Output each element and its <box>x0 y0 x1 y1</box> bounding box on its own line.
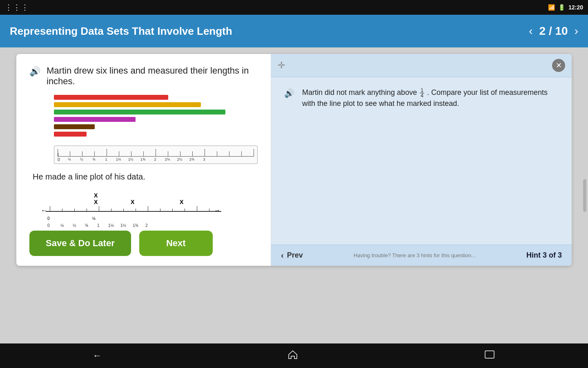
status-bar: ⋮⋮⋮ 📶 🔋 12:20 <box>0 0 588 15</box>
x-mark: X <box>131 199 134 205</box>
page-title: Representing Data Sets That Involve Leng… <box>10 25 232 38</box>
status-bar-left: ⋮⋮⋮ <box>5 3 29 12</box>
fraction-numerator: 1 <box>420 88 424 93</box>
content-card: 🔊 Martin drew six lines and measured the… <box>16 54 572 266</box>
hint-body: 🔊 Martin did not mark anything above 1 4… <box>271 77 572 245</box>
axis-label: 0 <box>47 216 50 221</box>
time-display: 12:20 <box>568 4 583 11</box>
line-red <box>54 95 168 100</box>
hint-counter: Hint 3 of 3 <box>526 251 562 260</box>
line-yellow <box>54 102 201 107</box>
prev-hint-label: Prev <box>287 251 303 260</box>
fraction-display: 1 4 <box>420 88 424 98</box>
recents-button[interactable] <box>484 350 495 362</box>
back-button[interactable]: ← <box>93 350 102 361</box>
speaker-icon[interactable]: 🔊 <box>29 66 42 77</box>
axis-label: ¼ <box>92 216 96 221</box>
header: Representing Data Sets That Involve Leng… <box>0 15 588 47</box>
hint-header: ✛ ✕ <box>271 54 572 77</box>
page-indicator: 2 / 10 <box>539 25 568 38</box>
axis-arrow-left: ← <box>41 207 47 214</box>
header-navigation: ‹ 2 / 10 › <box>529 25 578 38</box>
scroll-indicator <box>583 179 586 212</box>
line-brown <box>54 124 95 129</box>
hint-panel: ✛ ✕ 🔊 Martin did not mark anything above… <box>271 54 572 266</box>
question-body: Martin drew six lines and measured their… <box>47 65 258 87</box>
prev-hint-button[interactable]: ‹ Prev <box>281 251 303 260</box>
line-green <box>54 110 225 114</box>
save-do-later-button[interactable]: Save & Do Later <box>29 231 131 256</box>
line-purple <box>54 117 136 122</box>
prev-page-button[interactable]: ‹ <box>529 25 532 38</box>
ruler: 0 ¼ ½ ¾ 1 1¼ 1½ 1¾ 2 2¼ 2½ 2¾ 3 <box>54 146 258 164</box>
hint-trouble-text: Having trouble? There are 3 hints for th… <box>303 252 526 258</box>
hint-footer: ‹ Prev Having trouble? There are 3 hints… <box>271 245 572 266</box>
hint-text-before: Martin did not mark anything above <box>302 88 417 96</box>
bottom-navigation: ← <box>0 343 588 368</box>
lines-illustration <box>54 95 258 139</box>
move-icon[interactable]: ✛ <box>278 60 285 71</box>
action-buttons: Save & Do Later Next <box>29 224 258 266</box>
line-plot: X X X X ← <box>46 188 258 224</box>
sub-question-text: He made a line plot of his data. <box>33 172 258 182</box>
svg-rect-0 <box>485 351 494 358</box>
x-mark: X <box>94 192 98 199</box>
hint-content: Martin did not mark anything above 1 4 .… <box>302 87 559 109</box>
home-button[interactable] <box>287 349 298 363</box>
close-hint-button[interactable]: ✕ <box>552 59 565 72</box>
fraction-denominator: 4 <box>420 93 424 98</box>
hint-speaker-icon[interactable]: 🔊 <box>284 87 296 99</box>
next-button[interactable]: Next <box>139 231 213 256</box>
x-mark: X <box>180 199 183 205</box>
left-panel: 🔊 Martin drew six lines and measured the… <box>16 54 271 266</box>
next-page-button[interactable]: › <box>575 25 578 38</box>
hint-text: 🔊 Martin did not mark anything above 1 4… <box>284 87 559 109</box>
x-mark: X <box>94 199 98 205</box>
status-bar-right: 📶 🔋 12:20 <box>548 4 583 11</box>
prev-chevron-icon: ‹ <box>281 251 284 260</box>
menu-icon: ⋮⋮⋮ <box>5 3 29 12</box>
line-red2 <box>54 132 87 137</box>
axis-arrow-right: → <box>214 207 220 214</box>
battery-icon: 🔋 <box>558 4 565 11</box>
question-text: 🔊 Martin drew six lines and measured the… <box>29 65 258 87</box>
main-area: 🔊 Martin drew six lines and measured the… <box>0 47 588 343</box>
wifi-icon: 📶 <box>548 4 555 11</box>
